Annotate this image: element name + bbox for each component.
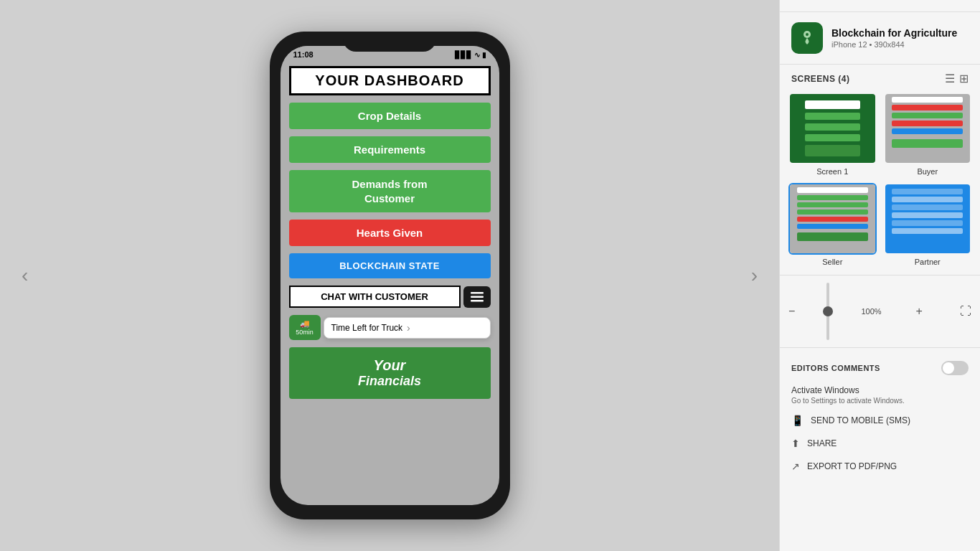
list-view-icon[interactable]: ☰ (945, 72, 955, 85)
wifi-icon: ∿ (474, 51, 480, 59)
activate-desc: Go to Settings to activate Windows. (791, 397, 969, 405)
dashboard-title: YOUR DASHBOARD (289, 66, 491, 95)
truck-icon: 🚚 (300, 319, 310, 329)
next-arrow[interactable]: › (744, 257, 765, 294)
screen-thumb-label-buyer: Buyer (917, 167, 938, 176)
right-sidebar: Blockchain for Agriculture iPhone 12 • 3… (779, 0, 980, 551)
screen-thumb-partner[interactable]: Partner (884, 183, 972, 266)
demands-from-customer-button[interactable]: Demands from Customer (289, 170, 491, 212)
export-icon: ↗ (791, 461, 800, 472)
phone-frame: 11:08 ▊▊▊ ∿ ▮ YOUR DASHBOARD Crop Detail… (270, 32, 510, 519)
app-title: Blockchain for Agriculture (831, 27, 957, 39)
status-icons: ▊▊▊ ∿ ▮ (455, 51, 486, 59)
app-icon (791, 22, 823, 54)
share-icon: ⬆ (791, 438, 800, 449)
view-toggle-icons: ☰ ⊞ (945, 72, 969, 85)
truck-time-label: Time Left for Truck (331, 323, 403, 333)
financials-line1: Your (295, 357, 485, 374)
share-button[interactable]: ⬆ SHARE (780, 432, 980, 455)
requirements-button[interactable]: Requirements (289, 136, 491, 163)
screen-thumb-buyer[interactable]: Buyer (884, 93, 972, 176)
truck-time-50min: 50min (296, 329, 314, 336)
svg-rect-0 (471, 292, 484, 294)
zoom-in-icon[interactable]: + (916, 305, 923, 318)
editors-comments-toggle[interactable] (941, 361, 969, 375)
phone-notch (343, 32, 436, 52)
editors-label: EDITORS COMMENTS (791, 364, 880, 372)
truck-time-row: 🚚 50min Time Left for Truck › (289, 315, 491, 340)
export-button[interactable]: ↗ EXPORT TO PDF/PNG (780, 455, 980, 478)
screen-thumb-img-1 (788, 93, 877, 164)
screen-thumb-label-1: Screen 1 (816, 167, 848, 176)
screen-thumb-label-seller: Seller (822, 258, 842, 266)
export-label: EXPORT TO PDF/PNG (807, 461, 897, 471)
activate-title: Activate Windows (791, 385, 969, 395)
signal-icon: ▊▊▊ (455, 51, 472, 59)
hearts-given-button[interactable]: Hearts Given (289, 220, 491, 246)
crop-details-button[interactable]: Crop Details (289, 103, 491, 129)
blockchain-state-button[interactable]: BLOCKCHAIN STATE (289, 253, 491, 278)
screen-thumb-seller[interactable]: Seller (788, 183, 877, 266)
prev-arrow[interactable]: ‹ (14, 257, 35, 294)
canvas-area: ‹ 11:08 ▊▊▊ ∿ ▮ YOUR DASHBOARD Crop Deta… (0, 0, 779, 551)
svg-point-4 (806, 33, 809, 36)
battery-icon: ▮ (482, 51, 486, 59)
toggle-knob (943, 362, 954, 374)
screen-thumb-img-partner (884, 183, 972, 255)
screens-title: SCREENS (4) (791, 74, 850, 84)
screens-grid: Screen 1 Buyer (780, 93, 980, 275)
app-device: iPhone 12 • 390x844 (831, 40, 957, 49)
screen-thumb-img-buyer (884, 93, 972, 164)
phone-screen: 11:08 ▊▊▊ ∿ ▮ YOUR DASHBOARD Crop Detail… (281, 46, 499, 505)
demands-line1: Demands from (295, 177, 485, 192)
editors-comments-row: EDITORS COMMENTS (780, 355, 980, 381)
chat-label[interactable]: CHAT WITH CUSTOMER (289, 286, 461, 308)
send-to-mobile-button[interactable]: 📱 SEND TO MOBILE (SMS) (780, 409, 980, 432)
phone-icon: 📱 (791, 415, 804, 426)
svg-rect-2 (471, 300, 484, 302)
activate-windows-notice: Activate Windows Go to Settings to activ… (780, 381, 980, 409)
zoom-area: − 100% + ⛶ (780, 275, 980, 347)
financials-button[interactable]: Your Financials (289, 347, 491, 399)
zoom-out-icon[interactable]: − (788, 305, 795, 318)
truck-time-box[interactable]: Time Left for Truck › (324, 317, 491, 339)
screen-content: YOUR DASHBOARD Crop Details Requirements… (281, 60, 499, 505)
screens-header: SCREENS (4) ☰ ⊞ (780, 65, 980, 93)
svg-rect-1 (471, 296, 484, 298)
screen-thumb-screen1[interactable]: Screen 1 (788, 93, 877, 176)
app-info: Blockchain for Agriculture iPhone 12 • 3… (831, 27, 957, 49)
sidebar-bottom: EDITORS COMMENTS Activate Windows Go to … (780, 347, 980, 485)
financials-line2: Financials (295, 374, 485, 389)
screen-thumb-label-partner: Partner (915, 258, 941, 266)
truck-icon-box: 🚚 50min (289, 315, 321, 340)
send-to-mobile-label: SEND TO MOBILE (SMS) (811, 415, 910, 425)
zoom-level: 100% (861, 307, 881, 316)
truck-time-arrow-icon: › (407, 322, 410, 334)
screen-thumb-img-seller (788, 183, 877, 255)
share-label: SHARE (807, 438, 837, 448)
chat-icon[interactable] (463, 286, 491, 308)
zoom-thumb[interactable] (823, 306, 833, 316)
zoom-track[interactable] (826, 283, 829, 340)
demands-line2: Customer (295, 192, 485, 206)
app-header: Blockchain for Agriculture iPhone 12 • 3… (780, 12, 980, 65)
fullscreen-icon[interactable]: ⛶ (960, 305, 971, 318)
status-time: 11:08 (293, 50, 314, 59)
grid-view-icon[interactable]: ⊞ (959, 72, 969, 85)
chat-row: CHAT WITH CUSTOMER (289, 286, 491, 308)
